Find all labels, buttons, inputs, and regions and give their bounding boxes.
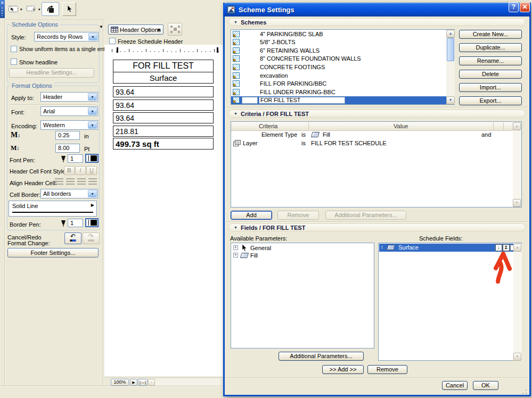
- transform-button[interactable]: [168, 23, 182, 36]
- underline-button[interactable]: U: [86, 166, 97, 175]
- align-left-icon[interactable]: [55, 178, 63, 185]
- list-item-selected[interactable]: FOR FILL TEST: [231, 96, 454, 105]
- cell-border-select[interactable]: All borders ▼: [40, 189, 98, 198]
- font-pen-field[interactable]: 1: [68, 154, 83, 163]
- font-select[interactable]: Arial ▼: [40, 106, 98, 116]
- tree-item[interactable]: + Fill: [231, 252, 374, 259]
- schedule-row[interactable]: 93.64: [113, 86, 214, 97]
- expand-icon[interactable]: +: [233, 245, 238, 250]
- rotate-tool-button[interactable]: [42, 2, 59, 16]
- freeze-header-checkbox[interactable]: [109, 38, 116, 44]
- schemes-scrollbar[interactable]: ▲ ▼: [446, 30, 455, 104]
- criteria-row[interactable]: Element Type is Fill and: [231, 130, 512, 139]
- chevron-down-icon[interactable]: ▼: [88, 93, 97, 101]
- import-button[interactable]: Import...: [459, 83, 522, 92]
- schemes-section-header[interactable]: ▼ Schemes: [228, 18, 526, 26]
- line-type-popup[interactable]: Solid Line ▶: [9, 201, 97, 217]
- style-select[interactable]: Records by Rows ▼: [34, 32, 99, 42]
- list-item[interactable]: 8" CONCRETE FOUNDATION WALLS: [231, 55, 454, 63]
- fields-section-header[interactable]: ▼ Fields / FOR FILL TEST: [228, 223, 526, 231]
- scroll-down-icon[interactable]: ▼: [446, 96, 455, 104]
- tree-item[interactable]: + General: [231, 244, 374, 252]
- resize-grip-icon[interactable]: [522, 389, 527, 394]
- fields-additional-parameters-button[interactable]: Additional Parameters...: [279, 352, 364, 361]
- duplicate-button[interactable]: Duplicate...: [459, 43, 522, 52]
- export-button[interactable]: Export...: [459, 96, 522, 105]
- create-new-button[interactable]: Create New...: [459, 30, 522, 39]
- marquee-tool-button[interactable]: [7, 4, 19, 14]
- dialog-titlebar[interactable]: Scheme Settings: [223, 3, 531, 16]
- scroll-down-icon[interactable]: ▼: [513, 199, 521, 207]
- border-pen-field[interactable]: 1: [68, 219, 83, 227]
- font-size-field[interactable]: 8.00: [55, 144, 80, 153]
- ok-button[interactable]: OK: [473, 381, 498, 390]
- zoom-menu-button[interactable]: ▶: [130, 379, 137, 386]
- schedule-total-row[interactable]: 499.73 sq ft: [113, 138, 214, 150]
- additional-parameters-button[interactable]: Additional Parameters...: [325, 211, 406, 220]
- align-justify-icon[interactable]: [88, 178, 97, 185]
- schedule-row[interactable]: 93.64: [113, 100, 214, 111]
- chevron-down-icon[interactable]: ▼: [88, 33, 97, 40]
- headline-settings-button[interactable]: Headline Settings...: [9, 68, 94, 78]
- scroll-left-icon[interactable]: ‹: [148, 379, 155, 386]
- schedule-preview-header[interactable]: FOR FILL TEST Surface: [113, 60, 214, 84]
- font-pen-swatch[interactable]: [85, 154, 99, 163]
- border-pen-swatch[interactable]: [85, 218, 99, 227]
- h-scrollbar[interactable]: ‹: [148, 379, 222, 386]
- list-item[interactable]: 4" PARKING/BBC SLAB: [231, 30, 454, 38]
- add-field-button[interactable]: >> Add >>: [322, 365, 364, 374]
- remove-field-button[interactable]: Remove: [367, 365, 407, 374]
- italic-button[interactable]: I: [75, 166, 86, 175]
- criteria-scrollbar[interactable]: ▲ ▼: [513, 122, 521, 207]
- undo-format-button[interactable]: ↶: [64, 233, 81, 244]
- list-item[interactable]: excavation: [231, 71, 454, 80]
- scheme-id-cell[interactable]: [242, 97, 258, 104]
- chevron-down-icon[interactable]: ▼: [88, 107, 97, 115]
- schemes-list[interactable]: 4" PARKING/BBC SLAB 5/8" J-BOLTS 6" RETA…: [231, 29, 455, 105]
- scroll-up-icon[interactable]: ▲: [446, 30, 455, 38]
- chevron-down-icon[interactable]: ▼: [88, 121, 97, 129]
- apply-to-select[interactable]: Header ▼: [40, 92, 98, 102]
- add-criteria-button[interactable]: Add: [231, 211, 272, 220]
- region-dropdown-icon[interactable]: ▾: [38, 7, 40, 12]
- delete-button[interactable]: Delete: [459, 70, 522, 79]
- uniform-items-checkbox[interactable]: [11, 46, 17, 52]
- list-item[interactable]: FILL FOR PARKING/BBC: [231, 79, 454, 88]
- list-item[interactable]: CONCRETE FOOTINGS: [231, 63, 454, 71]
- list-item[interactable]: 6" RETAINING WALLS: [231, 46, 454, 55]
- align-center-icon[interactable]: [66, 178, 75, 185]
- schedule-row[interactable]: 93.64: [113, 112, 214, 123]
- cancel-button[interactable]: Cancel: [442, 381, 468, 390]
- marquee-dropdown-icon[interactable]: ▾: [20, 7, 22, 12]
- header-options-button[interactable]: Header Options ▶: [108, 24, 163, 35]
- remove-criteria-button[interactable]: Remove: [277, 211, 319, 220]
- close-button[interactable]: ✕: [520, 2, 530, 12]
- fit-width-button[interactable]: |↔|: [138, 379, 148, 386]
- ruler-right-marker[interactable]: [217, 47, 218, 53]
- show-headline-checkbox[interactable]: [11, 59, 17, 65]
- text-height-field[interactable]: 0.25: [55, 131, 80, 140]
- align-right-icon[interactable]: [77, 178, 86, 185]
- schedule-row[interactable]: 218.81: [113, 126, 214, 137]
- ruler-left-marker[interactable]: [117, 47, 118, 53]
- criteria-section-header[interactable]: ▼ Criteria / FOR FILL TEST: [228, 110, 526, 118]
- chevron-down-icon[interactable]: ▼: [88, 190, 97, 197]
- palette-grip[interactable]: ✕: [0, 0, 5, 18]
- criteria-table[interactable]: Criteria Value Element Type is Fill and …: [231, 121, 522, 208]
- footer-settings-button[interactable]: Footer Settings...: [7, 248, 99, 258]
- scroll-up-icon[interactable]: ▲: [513, 122, 521, 130]
- panel-collapse-icon[interactable]: ▼: [99, 24, 103, 29]
- encoding-select[interactable]: Western ▼: [40, 120, 98, 130]
- region-tool-button[interactable]: [26, 4, 37, 14]
- help-button[interactable]: ?: [509, 2, 519, 12]
- expand-icon[interactable]: +: [233, 253, 238, 258]
- rename-button[interactable]: Rename...: [459, 56, 522, 65]
- scheme-name-edit[interactable]: FOR FILL TEST: [259, 97, 345, 104]
- scroll-down-icon[interactable]: ▼: [513, 353, 521, 361]
- list-item[interactable]: 5/8" J-BOLTS: [231, 38, 454, 47]
- available-parameters-list[interactable]: + General + Fill: [231, 243, 374, 349]
- criteria-row[interactable]: Layer is FILL FOR TEST SCHEDULE: [231, 139, 512, 147]
- palette-close-icon[interactable]: ✕: [1, 1, 4, 5]
- arrow-tool-button[interactable]: [62, 2, 76, 16]
- scrollbar-thumb[interactable]: [447, 38, 454, 61]
